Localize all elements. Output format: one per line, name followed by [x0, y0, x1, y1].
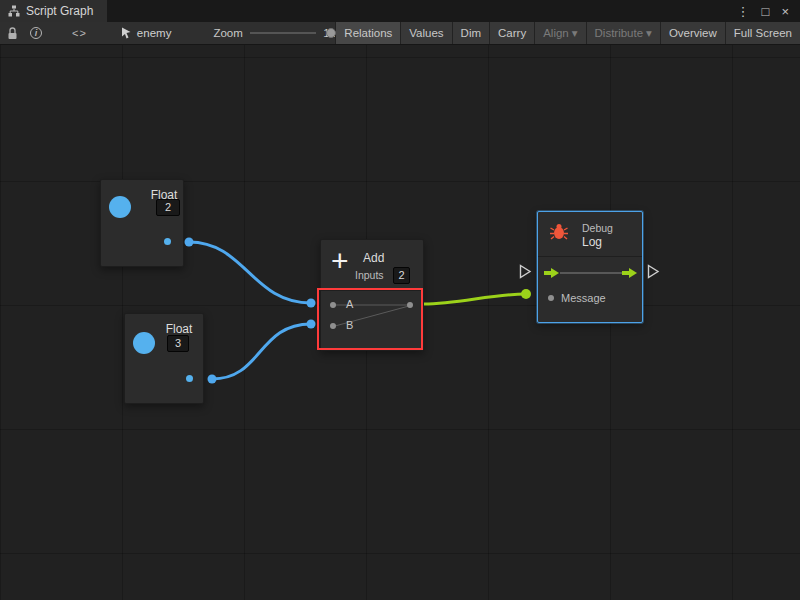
node-float-1[interactable]: Float 2	[100, 179, 184, 267]
window-close-icon[interactable]: ×	[776, 4, 794, 19]
float-value-field[interactable]: 3	[167, 335, 189, 352]
graph-name-group: enemy	[121, 27, 172, 39]
add-icon: +	[331, 246, 349, 276]
node-title: Add	[363, 251, 384, 265]
zoom-label: Zoom	[213, 27, 242, 39]
wire-endpoint	[208, 375, 217, 384]
input-port-b[interactable]	[330, 323, 336, 329]
node-separator	[321, 290, 423, 291]
toolbar: i <> enemy Zoom 1x Relations Values Dim …	[0, 22, 800, 45]
flow-relation-line	[560, 272, 622, 274]
values-button[interactable]: Values	[400, 22, 451, 44]
message-label: Message	[561, 292, 606, 304]
output-port-sum[interactable]	[407, 302, 413, 308]
node-title: Log	[582, 235, 602, 249]
tab-script-graph[interactable]: Script Graph	[0, 0, 107, 22]
bug-icon	[549, 223, 569, 241]
float-output-port[interactable]	[186, 375, 193, 382]
inputs-count-field[interactable]: 2	[393, 267, 410, 284]
relations-button[interactable]: Relations	[335, 22, 400, 44]
zoom-slider[interactable]	[250, 26, 316, 40]
port-a-label: A	[346, 298, 353, 310]
graph-name: enemy	[137, 27, 172, 39]
float-input-port[interactable]	[109, 196, 131, 218]
message-input-port[interactable]	[548, 295, 554, 301]
code-icon[interactable]: <>	[72, 24, 87, 42]
distribute-button[interactable]: Distribute ▾	[586, 22, 660, 44]
align-button[interactable]: Align ▾	[534, 22, 585, 44]
node-title: Float	[159, 322, 199, 336]
node-group-label: Debug	[582, 222, 613, 234]
wire-add-to-log-message[interactable]	[424, 294, 526, 304]
float-input-port[interactable]	[133, 332, 155, 354]
flow-entry-triangle-icon[interactable]	[519, 264, 532, 279]
node-debug-log[interactable]: Debug Log Message	[537, 211, 643, 323]
script-graph-icon	[8, 5, 20, 17]
graph-canvas[interactable]: Float 2 Float 3 + Add Inputs 2 A B	[0, 45, 800, 600]
tab-title: Script Graph	[26, 4, 93, 18]
zoom-slider-track	[250, 32, 316, 34]
cursor-icon	[121, 27, 132, 39]
zoom-slider-thumb[interactable]	[326, 28, 336, 38]
wire-float2-to-add-b[interactable]	[212, 324, 311, 379]
titlebar: Script Graph ⋮ □ ×	[0, 0, 800, 22]
inputs-label: Inputs	[355, 269, 384, 281]
info-icon[interactable]: i	[30, 24, 42, 42]
window-menu-icon[interactable]: ⋮	[732, 4, 755, 19]
flow-exit-triangle-icon[interactable]	[647, 264, 660, 279]
fullscreen-button[interactable]: Full Screen	[725, 22, 800, 44]
window-maximize-icon[interactable]: □	[757, 4, 775, 19]
port-b-label: B	[346, 319, 353, 331]
float-output-port[interactable]	[164, 238, 171, 245]
carry-button[interactable]: Carry	[489, 22, 534, 44]
flow-output-arrow-icon[interactable]	[622, 267, 638, 279]
float-value-field[interactable]: 2	[156, 199, 180, 216]
chevron-down-icon: ▾	[646, 26, 652, 40]
node-float-2[interactable]: Float 3	[124, 313, 204, 404]
toolbar-buttons: Relations Values Dim Carry Align ▾ Distr…	[335, 22, 800, 44]
node-separator	[538, 256, 642, 257]
wire-endpoint	[307, 299, 316, 308]
input-port-a[interactable]	[330, 302, 336, 308]
flow-input-arrow-icon[interactable]	[544, 267, 560, 279]
overview-button[interactable]: Overview	[660, 22, 725, 44]
wire-endpoint	[307, 320, 316, 329]
wire-float1-to-add-a[interactable]	[189, 242, 311, 303]
window-controls: ⋮ □ ×	[732, 0, 800, 22]
wire-endpoint	[521, 289, 531, 299]
dim-button[interactable]: Dim	[452, 22, 489, 44]
node-add[interactable]: + Add Inputs 2 A B	[320, 239, 424, 351]
lock-icon[interactable]	[7, 24, 18, 42]
chevron-down-icon: ▾	[572, 26, 578, 40]
wire-endpoint	[185, 238, 194, 247]
